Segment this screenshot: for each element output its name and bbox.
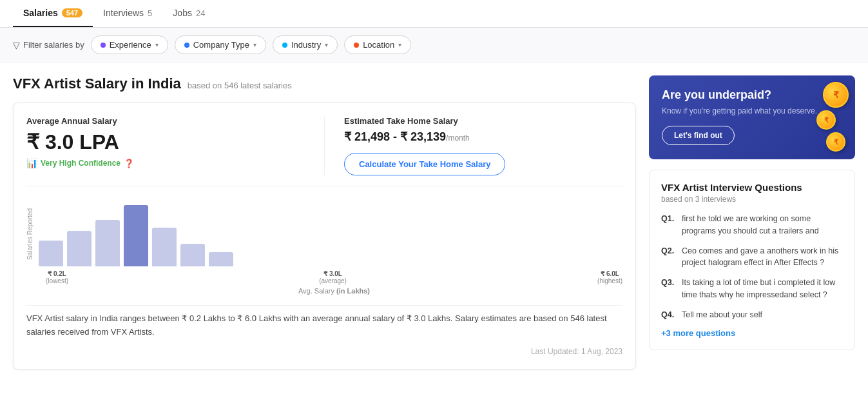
interview-q4: Q4. Tell me about your self xyxy=(661,309,843,321)
filter-bar: ▽ Filter salaries by Experience ▾ Compan… xyxy=(0,28,868,63)
salary-card: Average Annual Salary ₹ 3.0 LPA 📊 Very H… xyxy=(13,103,636,370)
description-text: VFX Artist salary in India ranges betwee… xyxy=(26,313,607,337)
experience-dot xyxy=(101,43,106,48)
main-content: VFX Artist Salary in India based on 546 … xyxy=(0,63,868,382)
bar-3 xyxy=(124,205,148,266)
help-icon[interactable]: ❓ xyxy=(124,159,134,168)
interview-card: VFX Artist Interview Questions based on … xyxy=(649,170,855,350)
take-home-range: ₹ 21,498 - ₹ 23,139/month xyxy=(344,130,622,144)
coin-3: ₹ xyxy=(826,132,845,152)
chart-row: Salaries Reported xyxy=(26,202,622,266)
based-on-interviews: based on 3 interviews xyxy=(661,195,843,204)
chart-x-labels: ₹ 0.2L (lowest) ₹ 3.0L (average) ₹ 6.0L … xyxy=(26,270,622,284)
coins-decoration: ₹ ₹ ₹ xyxy=(816,82,849,152)
page-title-row: VFX Artist Salary in India based on 546 … xyxy=(13,75,636,92)
chevron-down-icon: ▾ xyxy=(325,41,328,48)
industry-dot xyxy=(282,43,287,48)
confidence-icon: 📊 xyxy=(26,158,37,168)
chevron-down-icon: ▾ xyxy=(155,41,159,48)
filter-label: ▽ Filter salaries by xyxy=(13,40,84,50)
avg-label: Average Annual Salary xyxy=(26,116,305,126)
coin-1: ₹ xyxy=(823,82,849,108)
calculate-take-home-button[interactable]: Calculate Your Take Home Salary xyxy=(344,153,505,175)
underpaid-title: Are you underpaid? xyxy=(662,88,842,102)
x-axis-title: Avg. Salary (in Lakhs) xyxy=(26,287,622,295)
salary-top: Average Annual Salary ₹ 3.0 LPA 📊 Very H… xyxy=(26,116,622,186)
location-filter[interactable]: Location ▾ xyxy=(344,35,411,54)
right-panel: Are you underpaid? Know if you're gettin… xyxy=(649,75,855,350)
x-label-average: ₹ 3.0L (average) xyxy=(319,270,347,284)
more-questions-link[interactable]: +3 more questions xyxy=(661,328,843,338)
chart-container: Salaries Reported ₹ 0.2L (lowest) ₹ 3.0L… xyxy=(26,197,622,295)
underpaid-card: Are you underpaid? Know if you're gettin… xyxy=(649,75,855,159)
confidence-label: Very High Confidence xyxy=(41,159,121,168)
last-updated: Last Updated: 1 Aug, 2023 xyxy=(26,347,622,356)
avg-value: ₹ 3.0 LPA xyxy=(26,130,305,154)
page-title: VFX Artist Salary in India xyxy=(13,75,181,92)
chevron-down-icon: ▾ xyxy=(253,41,256,48)
salary-description: VFX Artist salary in India ranges betwee… xyxy=(26,305,622,339)
bar-4 xyxy=(152,228,177,266)
top-nav: Salaries 547 Interviews 5 Jobs 24 xyxy=(0,0,868,28)
chart-y-label: Salaries Reported xyxy=(26,208,34,260)
bar-2 xyxy=(95,220,120,266)
underpaid-subtitle: Know if you're getting paid what you des… xyxy=(662,106,842,117)
experience-filter[interactable]: Experience ▾ xyxy=(91,35,168,54)
take-home-section: Estimated Take Home Salary ₹ 21,498 - ₹ … xyxy=(325,116,622,175)
find-out-button[interactable]: Let's find out xyxy=(662,126,735,145)
chevron-down-icon: ▾ xyxy=(398,41,401,48)
interview-q2: Q2. Ceo comes and gave a anothers work i… xyxy=(661,245,843,270)
company-type-filter[interactable]: Company Type ▾ xyxy=(175,35,266,54)
interview-title: VFX Artist Interview Questions xyxy=(661,182,843,193)
interview-q3: Q3. Its taking a lot of time but i compl… xyxy=(661,277,843,301)
x-label-lowest: ₹ 0.2L (lowest) xyxy=(46,270,68,284)
bar-5 xyxy=(180,244,205,266)
bar-6 xyxy=(209,252,233,266)
avg-annual-section: Average Annual Salary ₹ 3.0 LPA 📊 Very H… xyxy=(26,116,325,175)
based-on-label: based on 546 latest salaries xyxy=(188,81,292,90)
bar-0 xyxy=(39,241,63,266)
confidence-row: 📊 Very High Confidence ❓ xyxy=(26,158,305,168)
x-label-highest: ₹ 6.0L (highest) xyxy=(597,270,622,284)
tab-interviews[interactable]: Interviews 5 xyxy=(93,0,162,27)
coin-2: ₹ xyxy=(816,110,836,130)
company-dot xyxy=(184,43,189,48)
bar-1 xyxy=(67,231,92,266)
tab-salaries[interactable]: Salaries 547 xyxy=(13,0,93,27)
bars-wrapper xyxy=(39,202,233,266)
take-home-label: Estimated Take Home Salary xyxy=(344,116,622,126)
location-dot xyxy=(354,43,359,48)
tab-jobs[interactable]: Jobs 24 xyxy=(162,0,215,27)
interview-q1: Q1. first he told we are working on some… xyxy=(661,213,843,237)
left-panel: VFX Artist Salary in India based on 546 … xyxy=(13,75,636,370)
industry-filter[interactable]: Industry ▾ xyxy=(273,35,338,54)
